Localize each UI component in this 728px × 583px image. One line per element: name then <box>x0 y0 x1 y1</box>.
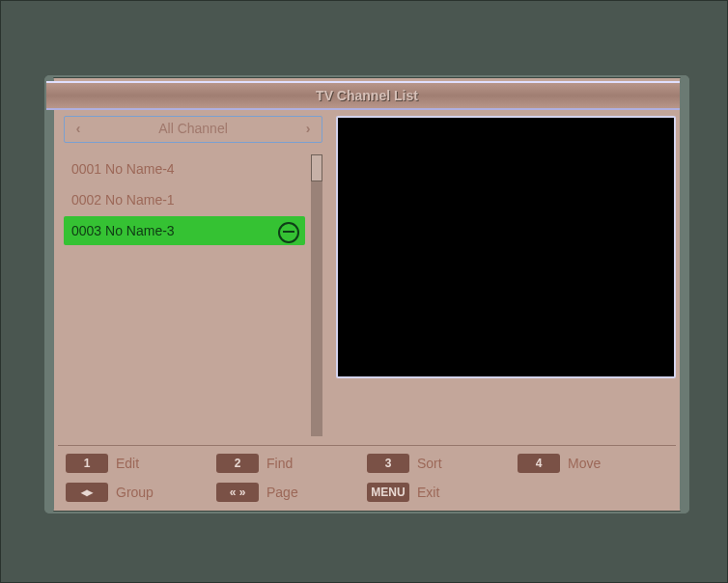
key-4: 4 <box>518 454 560 473</box>
footer-hints: 1Edit 2Find 3Sort 4Move ◂▸Group « »Page … <box>58 445 676 502</box>
hint-edit: 1Edit <box>66 454 191 473</box>
key-3: 3 <box>367 454 409 473</box>
lock-icon <box>278 222 299 243</box>
hint-exit: MENUExit <box>367 483 492 502</box>
scrollbar-thumb[interactable] <box>311 154 322 181</box>
scrollbar[interactable] <box>311 154 322 436</box>
hint-find: 2Find <box>216 454 342 473</box>
hint-move: 4Move <box>518 454 643 473</box>
key-1: 1 <box>66 454 108 473</box>
preview-window <box>336 116 676 378</box>
hint-group: ◂▸Group <box>66 483 191 502</box>
channel-row[interactable]: 0001 No Name-4 <box>64 154 305 183</box>
hint-sort: 3Sort <box>367 454 492 473</box>
channel-list-panel: TV Channel List ‹ All Channel › 0001 No … <box>44 75 689 514</box>
filter-label: All Channel <box>158 121 228 136</box>
channel-list: 0001 No Name-40002 No Name-10003 No Name… <box>64 154 305 436</box>
channel-row[interactable]: 0003 No Name-3 <box>64 216 305 245</box>
filter-next-icon[interactable]: › <box>294 117 322 140</box>
channel-filter: ‹ All Channel › <box>64 116 322 143</box>
key-lr: ◂▸ <box>66 483 108 502</box>
key-menu: MENU <box>367 483 409 502</box>
key-2: 2 <box>216 454 259 473</box>
hint-page: « »Page <box>216 483 342 502</box>
channel-row[interactable]: 0002 No Name-1 <box>64 185 305 214</box>
filter-prev-icon[interactable]: ‹ <box>65 117 92 140</box>
page-title: TV Channel List <box>46 81 687 110</box>
key-page: « » <box>216 483 259 502</box>
